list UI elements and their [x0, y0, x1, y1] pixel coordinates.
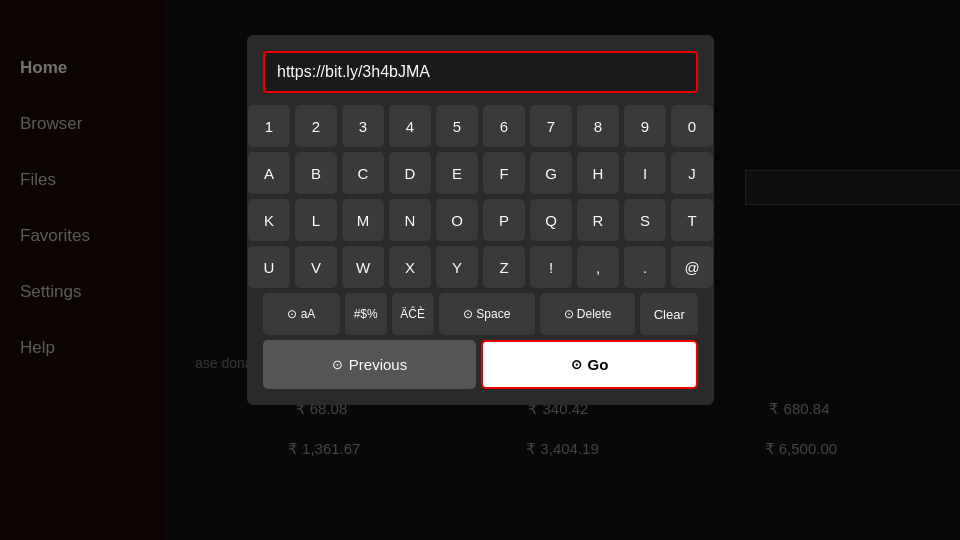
key-j[interactable]: J [671, 152, 713, 194]
key-q[interactable]: Q [530, 199, 572, 241]
key-4[interactable]: 4 [389, 105, 431, 147]
key-delete[interactable]: ⊙ Delete [540, 293, 636, 335]
key-5[interactable]: 5 [436, 105, 478, 147]
keyboard-row-special: ⊙ aA #$% ÄĈÈ ⊙ Space ⊙ Delete Clear [263, 293, 698, 335]
key-clear[interactable]: Clear [640, 293, 698, 335]
key-z[interactable]: Z [483, 246, 525, 288]
key-8[interactable]: 8 [577, 105, 619, 147]
keyboard-dialog: 1 2 3 4 5 6 7 8 9 0 A B C D E F G H I J … [247, 35, 714, 405]
key-h[interactable]: H [577, 152, 619, 194]
key-u[interactable]: U [248, 246, 290, 288]
key-exclaim[interactable]: ! [530, 246, 572, 288]
key-3[interactable]: 3 [342, 105, 384, 147]
previous-icon: ⊙ [332, 357, 343, 372]
key-b[interactable]: B [295, 152, 337, 194]
key-6[interactable]: 6 [483, 105, 525, 147]
key-a[interactable]: A [248, 152, 290, 194]
key-at[interactable]: @ [671, 246, 713, 288]
key-t[interactable]: T [671, 199, 713, 241]
key-7[interactable]: 7 [530, 105, 572, 147]
key-comma[interactable]: , [577, 246, 619, 288]
go-icon: ⊙ [571, 357, 582, 372]
key-k[interactable]: K [248, 199, 290, 241]
key-p[interactable]: P [483, 199, 525, 241]
key-s[interactable]: S [624, 199, 666, 241]
go-button[interactable]: ⊙ Go [481, 340, 698, 389]
key-f[interactable]: F [483, 152, 525, 194]
keyboard-row-uz: U V W X Y Z ! , . @ [263, 246, 698, 288]
key-2[interactable]: 2 [295, 105, 337, 147]
key-period[interactable]: . [624, 246, 666, 288]
key-9[interactable]: 9 [624, 105, 666, 147]
keyboard-row-numbers: 1 2 3 4 5 6 7 8 9 0 [263, 105, 698, 147]
key-1[interactable]: 1 [248, 105, 290, 147]
key-n[interactable]: N [389, 199, 431, 241]
key-m[interactable]: M [342, 199, 384, 241]
key-symbols[interactable]: #$% [345, 293, 387, 335]
key-i[interactable]: I [624, 152, 666, 194]
key-l[interactable]: L [295, 199, 337, 241]
keyboard-row-kt: K L M N O P Q R S T [263, 199, 698, 241]
previous-label: Previous [349, 356, 407, 373]
url-input[interactable] [265, 53, 696, 91]
bottom-buttons: ⊙ Previous ⊙ Go [263, 340, 698, 389]
previous-button[interactable]: ⊙ Previous [263, 340, 476, 389]
key-x[interactable]: X [389, 246, 431, 288]
url-input-wrap[interactable] [263, 51, 698, 93]
key-accents[interactable]: ÄĈÈ [392, 293, 434, 335]
key-w[interactable]: W [342, 246, 384, 288]
key-v[interactable]: V [295, 246, 337, 288]
key-space[interactable]: ⊙ Space [439, 293, 535, 335]
key-g[interactable]: G [530, 152, 572, 194]
key-o[interactable]: O [436, 199, 478, 241]
key-y[interactable]: Y [436, 246, 478, 288]
key-0[interactable]: 0 [671, 105, 713, 147]
key-toggle-case[interactable]: ⊙ aA [263, 293, 340, 335]
key-c[interactable]: C [342, 152, 384, 194]
key-r[interactable]: R [577, 199, 619, 241]
go-label: Go [588, 356, 609, 373]
key-e[interactable]: E [436, 152, 478, 194]
key-d[interactable]: D [389, 152, 431, 194]
keyboard-row-aj: A B C D E F G H I J [263, 152, 698, 194]
keyboard: 1 2 3 4 5 6 7 8 9 0 A B C D E F G H I J … [263, 105, 698, 335]
